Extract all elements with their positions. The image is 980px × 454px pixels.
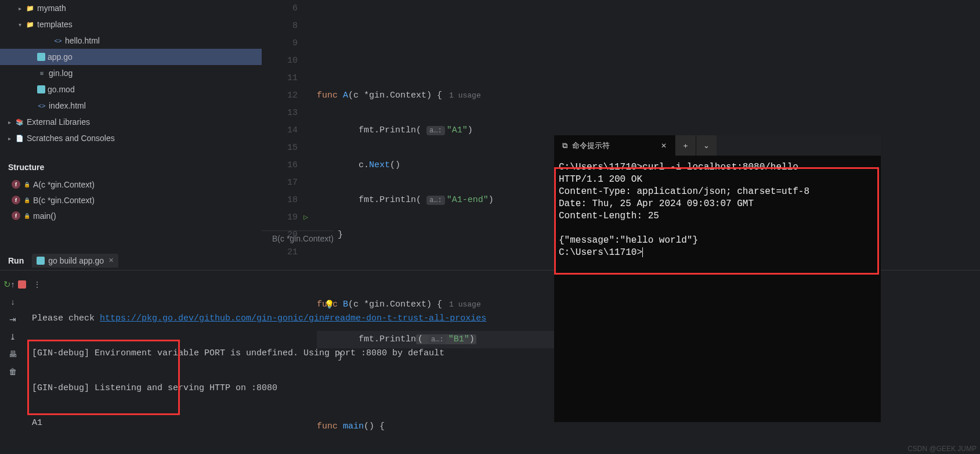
lock-icon: 🔒 (24, 182, 30, 188)
line-gutter: 6 8 9 10 11 12 13 14 15 16 17 18 19 20 2… (262, 0, 308, 232)
tree-label: templates (37, 20, 73, 29)
function-icon: f (12, 180, 20, 189)
up-arrow-icon[interactable]: ↑ (11, 280, 15, 289)
tree-external-libraries[interactable]: ▸📚External Libraries (0, 114, 262, 130)
tree-scratches[interactable]: ▸📄Scratches and Consoles (0, 130, 262, 146)
tree-label: hello.html (65, 36, 100, 45)
annotation-box (27, 340, 180, 415)
function-icon: f (12, 211, 20, 220)
go-icon (37, 53, 45, 61)
tree-file-app-go[interactable]: ·app.go (0, 49, 262, 65)
chevron-down-icon[interactable]: ⌄ (696, 135, 717, 156)
more-icon[interactable]: ⋮ (33, 280, 41, 289)
tree-file-gin-log[interactable]: ·≡gin.log (0, 65, 262, 81)
run-side-toolbar: ↑ ↓ ⇥ ⤓ 🖶 🗑 (3, 280, 22, 376)
tree-label: mymath (37, 3, 66, 13)
tree-label: External Libraries (27, 117, 90, 127)
run-tab-label: go build app.go (48, 256, 104, 265)
breadcrumb[interactable]: B(c *gin.Context) (262, 230, 334, 246)
param-hint: a…: (426, 196, 445, 205)
structure-label: main() (33, 211, 56, 221)
param-hint: a…: (426, 126, 445, 135)
terminal-window[interactable]: ⧉ 命令提示符 ✕ ＋ ⌄ C:\Users\11710>curl -i loc… (554, 135, 881, 422)
trash-icon[interactable]: 🗑 (9, 367, 17, 376)
structure-panel: Structure f🔒A(c *gin.Context) f🔒B(c *gin… (0, 158, 262, 224)
console-link[interactable]: https://pkg.go.dev/github.com/gin-gonic/… (100, 314, 486, 323)
wrap-icon[interactable]: ⇥ (9, 315, 16, 324)
tree-label: Scratches and Consoles (27, 134, 115, 143)
structure-item[interactable]: f🔒main() (0, 208, 262, 224)
structure-title: Structure (0, 158, 262, 176)
watermark: CSDN @GEEK JUMP (907, 445, 977, 453)
terminal-tabbar: ⧉ 命令提示符 ✕ ＋ ⌄ (554, 135, 881, 156)
go-icon (37, 257, 45, 265)
close-icon[interactable]: ✕ (661, 142, 667, 150)
lock-icon: 🔒 (24, 213, 30, 219)
structure-item[interactable]: f🔒B(c *gin.Context) (0, 192, 262, 208)
scroll-end-icon[interactable]: ⤓ (9, 332, 16, 341)
usage-hint: 1 usage (449, 91, 481, 100)
tree-label: go.mod (48, 85, 75, 94)
structure-item[interactable]: f🔒A(c *gin.Context) (0, 176, 262, 192)
terminal-tab-label: 命令提示符 (572, 140, 610, 151)
tree-folder-templates[interactable]: ▾📁templates (0, 16, 262, 33)
go-icon (37, 85, 45, 93)
terminal-tab[interactable]: ⧉ 命令提示符 ✕ (554, 135, 675, 156)
function-icon: f (12, 196, 20, 204)
run-tab[interactable]: go build app.go✕ (32, 254, 118, 268)
new-tab-icon[interactable]: ＋ (675, 135, 696, 156)
close-icon[interactable]: ✕ (109, 257, 114, 264)
run-tool-title: Run (8, 256, 24, 265)
lock-icon: 🔒 (24, 197, 30, 203)
structure-label: B(c *gin.Context) (33, 196, 95, 205)
tree-folder-mymath[interactable]: ▸📁mymath (0, 0, 262, 16)
tree-file-hello-html[interactable]: ·<>hello.html (0, 33, 262, 49)
annotation-box (554, 167, 879, 275)
tree-label: app.go (48, 52, 73, 62)
terminal-icon: ⧉ (562, 141, 567, 150)
tree-label: gin.log (49, 69, 73, 78)
structure-label: A(c *gin.Context) (33, 180, 95, 189)
project-tree[interactable]: ▸📁mymath ▾📁templates ·<>hello.html ·app.… (0, 0, 262, 160)
print-icon[interactable]: 🖶 (9, 349, 17, 359)
tree-file-index-html[interactable]: ·<>index.html (0, 98, 262, 114)
tree-file-go-mod[interactable]: ·go.mod (0, 81, 262, 98)
tree-label: index.html (49, 101, 86, 110)
down-arrow-icon[interactable]: ↓ (11, 297, 15, 307)
